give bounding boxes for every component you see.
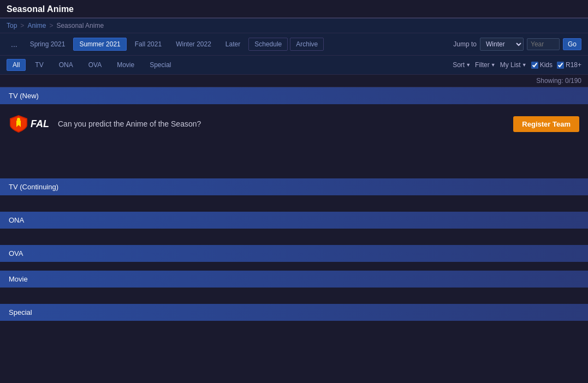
showing-bar: Showing: 0/190 [0,75,588,87]
tv-new-label: TV (New) [9,92,39,100]
kids-checkbox-label[interactable]: Kids [531,61,553,69]
breadcrumb: Top > Anime > Seasonal Anime [0,19,588,33]
type-tv-button[interactable]: TV [29,59,49,71]
bottom-spacer [0,330,588,362]
special-header[interactable]: Special [0,304,588,321]
tv-continuing-label: TV (Continuing) [9,183,58,191]
movie-label: Movie [9,275,28,283]
fal-register-button[interactable]: Register Team [513,116,579,132]
special-label: Special [9,308,32,316]
tv-continuing-header[interactable]: TV (Continuing) [0,178,588,195]
breadcrumb-anime[interactable]: Anime [27,22,46,29]
jump-to-season-select[interactable]: Winter Spring Summer Fall [480,38,524,51]
season-archive-button[interactable]: Archive [290,38,324,51]
season-nav: ... Spring 2021 Summer 2021 Fall 2021 Wi… [0,33,588,56]
type-ona-button[interactable]: ONA [53,59,79,71]
right-controls: Sort ▼ Filter ▼ My List ▼ Kids R18+ [453,61,581,69]
fal-banner: FAL Can you predict the Anime of the Sea… [0,104,588,143]
jump-to-year-input[interactable] [527,38,560,50]
ona-label: ONA [9,216,24,224]
type-ova-button[interactable]: OVA [82,59,108,71]
tv-continuing-section: TV (Continuing) [0,178,588,204]
page-title: Seasonal Anime [7,4,581,14]
season-winter2022-button[interactable]: Winter 2022 [170,38,217,51]
header: Seasonal Anime [0,0,588,19]
r18-label-text: R18+ [566,61,581,69]
season-fall2021-button[interactable]: Fall 2021 [129,38,168,51]
movie-section: Movie [0,271,588,296]
mylist-label: My List [500,61,521,69]
type-special-button[interactable]: Special [144,59,177,71]
season-summer2021-button[interactable]: Summer 2021 [73,38,126,51]
breadcrumb-sep1: > [20,22,24,29]
r18-checkbox[interactable] [557,62,564,69]
section-gap-2 [0,204,588,212]
fal-question: Can you predict the Anime of the Season? [58,119,201,128]
main-content: TV (New) FAL Can you predict the Anime o… [0,87,588,362]
showing-count: Showing: 0/190 [536,77,581,85]
jump-to-go-button[interactable]: Go [563,38,581,50]
sort-caret-icon: ▼ [466,62,471,68]
ova-header[interactable]: OVA [0,245,588,262]
fal-shield-icon [9,114,28,134]
breadcrumb-top[interactable]: Top [7,22,17,29]
type-movie-button[interactable]: Movie [111,59,140,71]
special-section: Special [0,304,588,330]
tv-new-header[interactable]: TV (New) [0,87,588,104]
ova-section: OVA [0,245,588,271]
jump-to-label: Jump to [453,40,477,48]
sort-dropdown-button[interactable]: Sort ▼ [453,61,471,69]
mylist-dropdown-button[interactable]: My List ▼ [500,61,527,69]
breadcrumb-current: Seasonal Anime [56,22,104,29]
ova-label: OVA [9,249,23,258]
svg-point-0 [17,118,20,121]
fal-logo-text: FAL [31,118,49,130]
section-gap-4 [0,296,588,304]
ona-header[interactable]: ONA [0,212,588,229]
movie-header[interactable]: Movie [0,271,588,288]
tv-new-section: TV (New) FAL Can you predict the Anime o… [0,87,588,171]
r18-checkbox-label[interactable]: R18+ [557,61,581,69]
breadcrumb-sep2: > [49,22,53,29]
ona-section: ONA [0,212,588,237]
fal-logo: FAL [9,114,49,134]
filter-bar: All TV ONA OVA Movie Special Sort ▼ Filt… [0,56,588,75]
kids-label-text: Kids [540,61,553,69]
season-later-button[interactable]: Later [219,38,246,51]
section-gap-1 [0,171,588,178]
season-spring2021-button[interactable]: Spring 2021 [24,38,72,51]
sort-label: Sort [453,61,465,69]
section-gap-3 [0,237,588,245]
type-all-button[interactable]: All [7,59,26,71]
filter-dropdown-button[interactable]: Filter ▼ [475,61,496,69]
kids-checkbox[interactable] [531,62,538,69]
filter-label: Filter [475,61,490,69]
season-dots-button[interactable]: ... [7,38,22,51]
jump-to: Jump to Winter Spring Summer Fall Go [453,38,581,51]
filter-caret-icon: ▼ [491,62,496,68]
mylist-caret-icon: ▼ [522,62,527,68]
season-schedule-button[interactable]: Schedule [248,38,288,51]
